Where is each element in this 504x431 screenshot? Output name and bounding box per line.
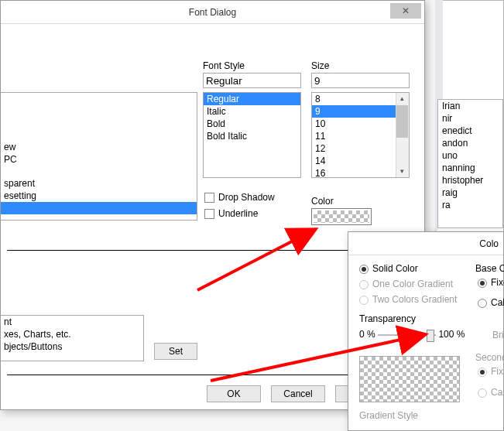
list-item[interactable]: 12 [312,142,409,155]
radio-icon [478,299,487,308]
list-item[interactable]: esetting [1,190,197,202]
list-item[interactable]: Italic [204,105,300,118]
list-item[interactable]: uno [438,149,502,162]
fixed-label: Fixed [491,366,504,377]
list-item-selected[interactable] [1,202,197,214]
titlebar[interactable]: Font Dialog ✕ [1,1,424,24]
radio-icon [359,296,369,305]
drop-shadow-label: Drop Shadow [218,192,275,203]
list-item[interactable]: 14 [312,155,409,167]
titlebar[interactable]: Colo [348,232,503,255]
list-item[interactable]: Irian [438,100,502,112]
list-item-selected[interactable]: Regular [204,93,300,105]
color-swatch[interactable] [311,208,372,225]
base-fixed-radio[interactable]: Fixed [478,277,504,288]
list-item[interactable]: bjects/Buttons [1,340,143,353]
list-item[interactable]: 8 [312,93,409,105]
size-input[interactable] [311,73,410,88]
list-item[interactable]: Bold Italic [204,130,300,142]
window-title: Colo [479,232,499,255]
slider-thumb[interactable] [427,330,434,342]
list-item[interactable]: nanning [438,162,502,174]
list-item[interactable]: sparent [1,177,197,190]
list-item[interactable]: Bold [204,118,300,130]
radio-icon [359,265,369,274]
color-label: Color [311,196,334,207]
close-icon: ✕ [402,5,410,16]
color-dialog: Colo Solid Color One Color Gradient Two … [348,231,504,431]
checkbox-icon [204,193,214,203]
solid-color-radio[interactable]: Solid Color [359,263,418,274]
transparency-label: Transparency [359,313,416,324]
calc-label: Calcu [491,387,504,398]
second-fixed-radio: Fixed [478,366,504,377]
font-style-input[interactable] [203,73,301,88]
underline-label: Underline [218,208,258,219]
background-gap [435,99,437,231]
two-colors-gradient-label: Two Colors Gradient [372,294,457,305]
background-gap [435,0,443,99]
list-item[interactable]: andon [438,137,502,149]
transparency-max-label: 100 % [438,329,465,340]
fixed-label: Fixed [491,277,504,288]
list-item[interactable]: 10 [312,118,409,130]
radio-icon [478,388,487,398]
checkbox-icon [204,209,214,219]
chevron-up-icon[interactable]: ▴ [396,93,408,104]
cancel-button[interactable]: Cancel [271,385,325,402]
list-item[interactable]: xes, Charts, etc. [1,328,143,340]
window-title: Font Dialog [1,1,424,24]
radio-icon [359,280,369,289]
base-calc-radio[interactable]: Calcu [478,297,504,308]
list-item[interactable]: nt [1,316,143,328]
list-item-selected[interactable]: 9 [312,105,409,118]
list-item[interactable]: PC [1,153,197,166]
size-label: Size [311,60,329,71]
list-item[interactable]: enedict [438,125,502,137]
two-colors-gradient-radio: Two Colors Gradient [359,294,457,305]
scrollbar[interactable]: ▴ ▾ [396,93,409,177]
list-item[interactable]: hristopher [438,174,502,186]
second-calc-radio: Calcu [478,387,504,398]
chevron-down-icon[interactable]: ▾ [396,166,408,177]
scroll-thumb[interactable] [396,105,408,138]
drop-shadow-checkbox[interactable]: Drop Shadow [204,192,275,203]
radio-icon [478,368,487,377]
left-listbox[interactable]: ew PC sparent esetting [1,92,197,221]
gradient-style-label: Gradient Style [359,410,418,421]
one-color-gradient-label: One Color Gradient [372,279,453,289]
transparency-min-label: 0 % [359,329,375,340]
brightness-label: Brig [492,330,504,340]
list-item[interactable]: raig [438,186,502,199]
transparency-slider[interactable] [378,328,436,342]
font-style-listbox[interactable]: Regular Italic Bold Bold Italic [203,92,301,178]
one-color-gradient-radio: One Color Gradient [359,279,453,289]
underline-checkbox[interactable]: Underline [204,208,258,219]
list-item[interactable]: nir [438,112,502,125]
set-button[interactable]: Set [154,343,197,360]
transparency-slider-row: 0 % 100 % [359,328,465,342]
gradient-preview [359,356,460,402]
list-item[interactable]: ra [438,199,502,211]
calc-label: Calcu [491,297,504,308]
list-item[interactable]: 11 [312,130,409,142]
background-name-list[interactable]: Irian nir enedict andon uno nanning hris… [437,99,503,228]
font-style-label: Font Style [203,60,245,71]
ok-button[interactable]: OK [207,385,261,402]
size-listbox[interactable]: 8 9 10 11 12 14 16 ▴ ▾ [311,92,410,178]
transparent-checker-icon [360,357,459,402]
list-item[interactable]: ew [1,141,197,153]
close-button[interactable]: ✕ [390,3,421,19]
list-item[interactable]: 16 [312,167,409,178]
list-item[interactable] [1,166,197,177]
radio-icon [478,279,487,288]
lower-listbox[interactable]: nt xes, Charts, etc. bjects/Buttons [1,315,144,361]
base-color-label: Base Co [475,263,504,274]
solid-color-label: Solid Color [372,263,418,274]
second-color-label: Second [475,352,504,363]
transparent-checker-icon [314,210,369,223]
